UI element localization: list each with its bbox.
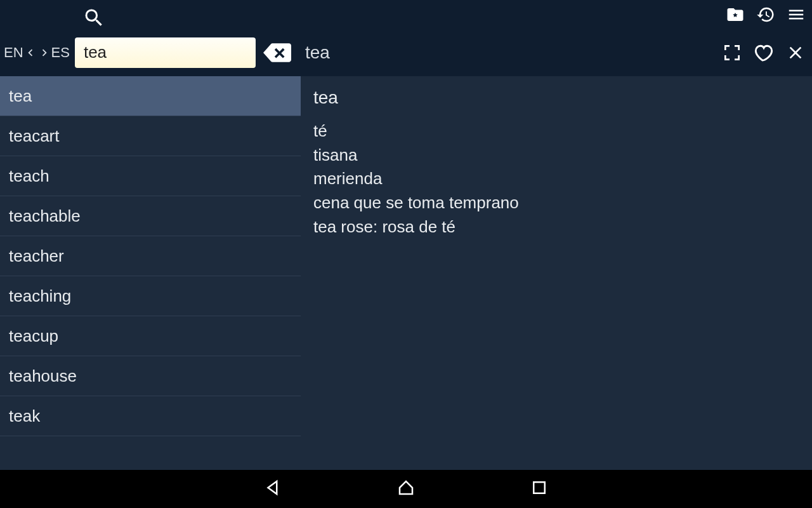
lang-from-label: EN: [4, 44, 23, 61]
list-item[interactable]: teak: [0, 396, 301, 436]
list-item[interactable]: teacup: [0, 316, 301, 356]
square-recents-icon: [530, 478, 549, 497]
system-nav-bar: [0, 470, 812, 508]
svg-rect-0: [534, 482, 545, 493]
definition-line: tisana: [313, 144, 799, 168]
lang-to-label: ES: [51, 44, 70, 61]
close-icon[interactable]: [785, 43, 806, 63]
definition-line: merienda: [313, 167, 799, 191]
definition-lines: tétisanameriendacena que se toma tempran…: [313, 119, 799, 239]
search-row: EN ES tea: [0, 35, 812, 76]
heart-icon[interactable]: [754, 43, 774, 63]
chevron-right-icon: [37, 46, 51, 60]
triangle-back-icon: [263, 478, 282, 497]
clear-search-button[interactable]: [262, 39, 292, 67]
definition-title: tea: [313, 88, 799, 108]
swap-arrows: [23, 46, 51, 60]
nav-back-button[interactable]: [263, 478, 282, 500]
history-icon[interactable]: [756, 5, 775, 24]
content-area: teateacartteachteachableteacherteachingt…: [0, 76, 812, 470]
chevron-left-icon: [23, 46, 37, 60]
list-item[interactable]: teacher: [0, 236, 301, 276]
header-word: tea: [305, 43, 330, 63]
list-item[interactable]: teacart: [0, 116, 301, 156]
definition-line: té: [313, 119, 799, 144]
nav-recents-button[interactable]: [530, 478, 549, 500]
backspace-x-icon: [263, 39, 291, 67]
favorites-folder-icon[interactable]: [726, 5, 745, 24]
list-item[interactable]: teachable: [0, 196, 301, 236]
definition-line: cena que se toma temprano: [313, 191, 799, 215]
top-right-icons: [726, 5, 806, 24]
home-outline-icon: [396, 478, 416, 497]
list-item[interactable]: teach: [0, 156, 301, 196]
list-item[interactable]: teaching: [0, 276, 301, 316]
menu-icon[interactable]: [787, 5, 806, 24]
nav-home-button[interactable]: [396, 478, 416, 500]
detail-action-icons: [722, 43, 806, 63]
list-item[interactable]: teahouse: [0, 356, 301, 396]
list-item[interactable]: tea: [0, 76, 301, 116]
definition-line: tea rose: rosa de té: [313, 215, 799, 239]
search-icon[interactable]: [82, 6, 105, 29]
search-input[interactable]: [75, 37, 256, 68]
fullscreen-icon[interactable]: [722, 43, 742, 63]
language-switch[interactable]: EN ES: [4, 44, 70, 61]
definition-panel: tea tétisanameriendacena que se toma tem…: [301, 76, 812, 470]
top-bar: [0, 0, 812, 35]
suggestions-list[interactable]: teateacartteachteachableteacherteachingt…: [0, 76, 301, 470]
